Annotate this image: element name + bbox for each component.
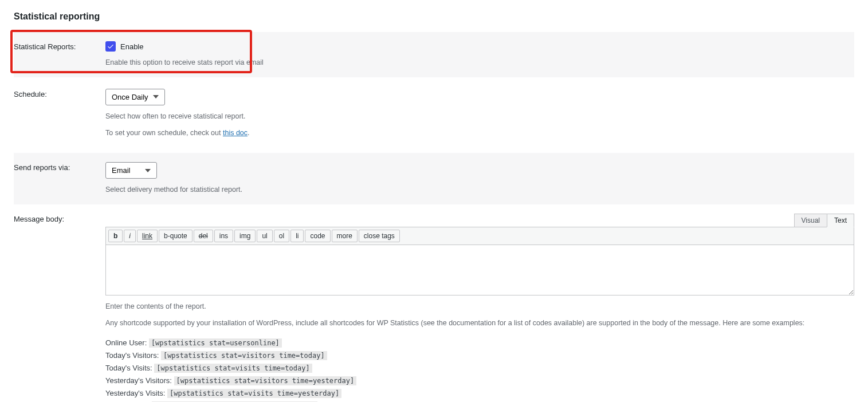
editor-tabs: Visual Text <box>105 214 854 227</box>
qt-code[interactable]: code <box>305 230 330 242</box>
help-message-1: Enter the contents of the report. <box>105 301 854 312</box>
send-via-select[interactable]: Email <box>105 162 157 179</box>
qt-italic[interactable]: i <box>124 230 136 242</box>
label-send-via: Send reports via: <box>14 162 105 172</box>
label-statistical-reports: Statistical Reports: <box>14 41 105 51</box>
help-send-via: Select delivery method for statistical r… <box>105 184 854 195</box>
qt-bold[interactable]: b <box>108 230 123 242</box>
qt-del[interactable]: del <box>194 230 213 242</box>
sc-row: Yesterday's Visitors: [wpstatistics stat… <box>105 375 854 387</box>
sc-code: [wpstatistics stat=visitors time=yesterd… <box>174 376 357 385</box>
qt-li[interactable]: li <box>290 230 304 242</box>
checkmark-icon <box>107 43 114 50</box>
sc-row: Today's Visitors: [wpstatistics stat=vis… <box>105 349 854 362</box>
qt-img[interactable]: img <box>234 230 256 242</box>
shortcode-examples: Online User: [wpstatistics stat=usersonl… <box>105 337 854 403</box>
row-schedule: Schedule: Once Daily Select how often to… <box>14 80 854 153</box>
sc-code: [wpstatistics stat=usersonline] <box>149 338 282 348</box>
quicktags-toolbar: b i link b-quote del ins img ul ol li co… <box>105 227 854 245</box>
sc-row: Today's Visits: [wpstatistics stat=visit… <box>105 362 854 375</box>
schedule-doc-link[interactable]: this doc <box>223 129 248 137</box>
sc-row: Yesterday's Visits: [wpstatistics stat=v… <box>105 387 854 400</box>
tab-text[interactable]: Text <box>827 214 854 227</box>
sc-row: Total Visitors: [wpstatistics stat=visit… <box>105 400 854 402</box>
qt-bquote[interactable]: b-quote <box>159 230 193 242</box>
tab-visual[interactable]: Visual <box>794 214 827 227</box>
qt-ins[interactable]: ins <box>214 230 233 242</box>
sc-code: [wpstatistics stat=visits time=yesterday… <box>167 389 341 398</box>
sc-code: [wpstatistics stat=visitors time=today] <box>161 351 327 360</box>
help-schedule-2: To set your own schedule, check out this… <box>105 128 854 139</box>
enable-label: Enable <box>120 42 143 51</box>
help-message-2: Any shortcode supported by your installa… <box>105 318 854 329</box>
row-send-via: Send reports via: Email Select delivery … <box>14 153 854 204</box>
sc-code: [wpstatistics stat=visits time=today] <box>154 364 312 373</box>
row-message-body: Message body: Visual Text b i link b-quo… <box>14 204 854 402</box>
enable-checkbox[interactable] <box>105 41 116 52</box>
label-schedule: Schedule: <box>14 89 105 98</box>
qt-ol[interactable]: ol <box>274 230 289 242</box>
section-title: Statistical reporting <box>14 11 854 22</box>
message-body-textarea[interactable] <box>105 245 854 295</box>
qt-link[interactable]: link <box>137 230 158 242</box>
qt-more[interactable]: more <box>332 230 358 242</box>
help-schedule-1: Select how often to receive statistical … <box>105 111 854 122</box>
help-statistical-reports: Enable this option to receive stats repo… <box>105 57 854 68</box>
row-statistical-reports: Statistical Reports: Enable Enable this … <box>14 32 854 77</box>
qt-ul[interactable]: ul <box>257 230 272 242</box>
label-message-body: Message body: <box>14 214 105 223</box>
qt-close-tags[interactable]: close tags <box>359 230 400 242</box>
sc-row: Online User: [wpstatistics stat=usersonl… <box>105 337 854 349</box>
schedule-select[interactable]: Once Daily <box>105 89 165 105</box>
